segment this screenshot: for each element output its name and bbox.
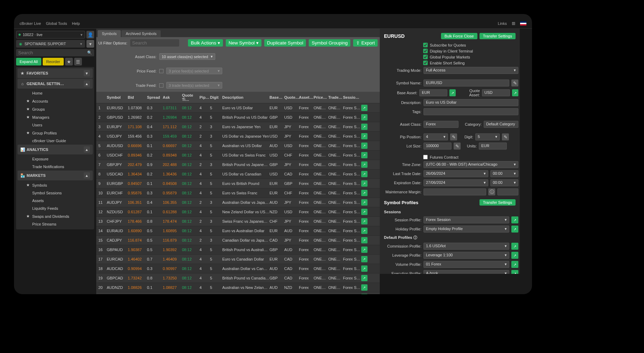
sidebar-search-input[interactable] (18, 50, 86, 55)
session-link-icon[interactable]: ↗ (511, 216, 518, 223)
category-input[interactable]: Default Category (484, 121, 518, 128)
col-header[interactable]: Session… (343, 95, 361, 99)
pip-position-select[interactable]: 4▾ (424, 133, 448, 140)
table-row[interactable]: 18AUDCAD0.909940.30.9099708:1245Australi… (96, 264, 380, 274)
support-toggle[interactable]: ▾ (86, 40, 94, 48)
account-selector[interactable]: 10022 · live▾ (16, 31, 85, 39)
table-row[interactable]: 7GBPJPY202.4790.9202.48808:1223British P… (96, 160, 380, 169)
tree-analytics[interactable]: 📊ANALYTICS▴ (18, 145, 93, 154)
tree-item[interactable]: ★Accounts (18, 97, 93, 105)
bulk-actions-button[interactable]: Bulk Actions ▾ (188, 39, 223, 47)
table-row[interactable]: 19GBPCAD1.732420.81.7325008:1245British … (96, 274, 380, 283)
col-header[interactable]: Asset… (299, 95, 314, 99)
maint-margin-input[interactable] (424, 188, 486, 195)
row-link-icon[interactable]: ↗ (361, 190, 368, 196)
digit-select[interactable]: 5▾ (475, 133, 500, 140)
row-link-icon[interactable]: ↗ (361, 275, 368, 281)
last-trade-time[interactable]: 00:00▾ (490, 170, 518, 177)
asset-class-select[interactable]: 10 asset class(es) selected▾ (159, 53, 215, 60)
volume-link-icon[interactable]: ↗ (511, 261, 518, 268)
row-link-icon[interactable]: ↗ (361, 237, 368, 243)
transfer-settings-button[interactable]: Transfer Settings (479, 33, 516, 39)
support-label[interactable]: ◉SPOTWARE SUPPORT▾ (16, 40, 85, 48)
row-link-icon[interactable]: ↗ (361, 294, 368, 294)
row-link-icon[interactable]: ↗ (361, 228, 368, 234)
execution-select[interactable]: A-book▾ (424, 270, 509, 274)
tree-item[interactable]: Symbol Sessions (18, 189, 93, 197)
last-trade-date[interactable]: 26/06/2024▾ (424, 170, 488, 177)
row-link-icon[interactable]: ↗ (361, 180, 368, 187)
trade-feed-checkbox[interactable] (159, 83, 163, 88)
trade-feed-select[interactable]: 3 trade feed(s) selected▾ (166, 82, 222, 89)
menu-help[interactable]: Help (72, 21, 80, 26)
col-header[interactable]: Pip… (200, 95, 210, 99)
tree-item[interactable]: Users (18, 121, 93, 129)
quote-asset-link-icon[interactable]: ↗ (512, 89, 518, 96)
option-checkbox[interactable] (423, 55, 428, 59)
table-row[interactable]: 6USDCHF0.893460.20.8934808:1245US Dollar… (96, 151, 380, 160)
star-button[interactable]: ★ (65, 58, 73, 65)
units-input[interactable]: EUR (479, 143, 507, 150)
commission-select[interactable]: 1.6 USD/lot▾ (424, 243, 509, 250)
tab-archived[interactable]: Archived Symbols (121, 30, 161, 37)
table-row[interactable]: 14EURAUD1.608900.51.6089508:1245Euro vs … (96, 226, 380, 236)
row-link-icon[interactable]: ↗ (361, 124, 368, 130)
lot-size-input[interactable]: 100000 (424, 143, 451, 150)
holiday-link-icon[interactable]: ↗ (511, 226, 518, 233)
col-header[interactable]: Symbol (107, 95, 128, 99)
edit-icon[interactable]: ✎ (511, 79, 518, 86)
export-button[interactable]: ⇪ Export (353, 39, 378, 47)
expiration-time[interactable]: 00:00▾ (490, 179, 518, 186)
row-link-icon[interactable]: ↗ (361, 143, 368, 149)
tree-item[interactable]: ★Symbols (18, 181, 93, 189)
futures-checkbox[interactable] (423, 155, 428, 159)
row-link-icon[interactable]: ↗ (361, 218, 368, 224)
expand-all-button[interactable]: Expand All (16, 58, 41, 65)
layout-icon[interactable]: ▥ (512, 21, 515, 26)
tree-item[interactable]: ★Group Profiles (18, 129, 93, 137)
col-header[interactable]: Bid (128, 95, 147, 99)
row-link-icon[interactable]: ↗ (361, 133, 368, 139)
new-symbol-button[interactable]: New Symbol ▾ (226, 39, 261, 47)
sidebar-search[interactable]: 🔍 (16, 49, 94, 56)
row-link-icon[interactable]: ↗ (361, 284, 368, 291)
row-link-icon[interactable]: ↗ (361, 105, 368, 111)
table-row[interactable]: 12NZDUSD0.612870.10.6128808:1245New Zela… (96, 207, 380, 217)
table-row[interactable]: 4USDJPY159.4560.3159.45908:1223US Dollar… (96, 132, 380, 141)
menu-links[interactable]: Links (498, 21, 507, 26)
holiday-profile-select[interactable]: Empty Holiday Profile▾ (424, 226, 509, 233)
commission-link-icon[interactable]: ↗ (511, 243, 518, 250)
row-link-icon[interactable]: ↗ (361, 247, 368, 253)
tab-symbols[interactable]: Symbols (98, 30, 121, 37)
table-row[interactable]: 9EURGBP0.845070.10.8450808:1245Euro vs B… (96, 179, 380, 188)
col-header[interactable]: Price… (314, 95, 328, 99)
col-header[interactable]: Base… (270, 95, 284, 99)
table-row[interactable]: 2GBPUSD1.269820.21.2698408:1245British P… (96, 113, 380, 122)
info-icon[interactable]: ⓘ (488, 188, 495, 195)
row-link-icon[interactable]: ↗ (361, 161, 368, 168)
lot-edit-icon[interactable]: ✎ (454, 143, 461, 150)
tree-favorites[interactable]: ★FAVORITES▾ (18, 68, 93, 78)
maint-margin-input2[interactable] (497, 188, 518, 195)
menu-cbroker[interactable]: cBroker Live (20, 21, 41, 26)
table-row[interactable]: 16GBPAUD1.903870.51.9039208:1245British … (96, 245, 380, 255)
tree-item[interactable]: Home (18, 89, 93, 97)
option-checkbox[interactable] (423, 49, 428, 53)
base-asset-input[interactable]: EUR (419, 89, 447, 96)
tree-item[interactable]: ★Swaps and Dividends (18, 212, 93, 220)
session-profile-select[interactable]: Forex Session▾ (424, 216, 509, 223)
table-row[interactable]: 17EURCAD1.464020.71.4640908:1245Euro vs … (96, 255, 380, 264)
row-link-icon[interactable]: ↗ (361, 199, 368, 206)
table-row[interactable]: 10EURCHF0.958760.30.9587908:1245Euro vs … (96, 188, 380, 198)
quote-asset-input[interactable]: USD (482, 89, 510, 96)
tree-general-settings[interactable]: ⌂GENERAL SETTIN…▴ (18, 79, 93, 89)
volume-select[interactable]: 01 Forex▾ (424, 261, 509, 268)
price-feed-checkbox[interactable] (159, 69, 163, 73)
row-link-icon[interactable]: ↗ (361, 171, 368, 177)
tree-markets[interactable]: 🏪MARKETS▴ (18, 171, 93, 180)
col-header[interactable]: Ask (163, 95, 182, 99)
table-row[interactable]: 21NZDJPY97.7250.397.72808:1223New Zeland… (96, 292, 380, 294)
row-link-icon[interactable]: ↗ (361, 256, 368, 262)
tree-item[interactable]: Price Streams (18, 220, 93, 228)
filter-search[interactable] (130, 39, 179, 47)
